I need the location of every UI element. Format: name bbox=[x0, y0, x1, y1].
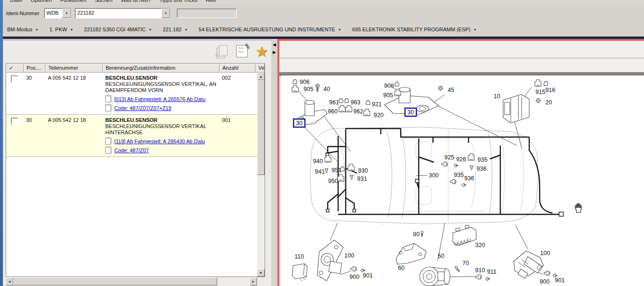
breadcrumb-item-5[interactable]: 695 ELEKTRONIK STABILITY PROGRAMM (ESP)▼ bbox=[352, 27, 477, 32]
diagram-part-label-963[interactable]: 963 bbox=[350, 99, 360, 106]
footnote-link[interactable]: [119] Ab Fahrgestell: A 285430 Ab Datu bbox=[114, 138, 205, 144]
diagram-part-label-910[interactable]: 910 bbox=[475, 267, 485, 274]
diagram-part-label-960[interactable]: 960 bbox=[328, 108, 338, 115]
scroll-down-button[interactable]: ▼ bbox=[257, 269, 265, 277]
wdb-prefix-combobox[interactable]: WDB ▼ bbox=[44, 8, 72, 18]
menu-item-optionen[interactable]: Optionen bbox=[27, 0, 56, 4]
diagram-part-label-110[interactable]: 110 bbox=[294, 253, 304, 260]
diagram-part-label-925[interactable]: 925 bbox=[444, 154, 454, 161]
column-header-0[interactable]: ✓ bbox=[6, 64, 24, 73]
column-header-5[interactable]: Ve bbox=[256, 64, 265, 73]
diagram-part-label-941[interactable]: 941 bbox=[315, 168, 325, 175]
main-area: + ∿∿ ∿∿ ✎ ★ ✓Pos....TeilenummerBenennung… bbox=[3, 39, 644, 286]
diagram-part-label-950[interactable]: 950 bbox=[328, 178, 338, 185]
diagram-part-label-936[interactable]: 936 bbox=[464, 175, 474, 182]
diagram-part-label-10[interactable]: 10 bbox=[494, 93, 500, 100]
vertical-scroll-thumb[interactable] bbox=[257, 80, 265, 175]
menu-item-funktionen[interactable]: Funktionen bbox=[56, 0, 90, 4]
footnote-link[interactable]: Code: 487/Z07 bbox=[114, 148, 149, 153]
footnote-link-line: [119] Ab Fahrgestell: A 285430 Ab Datu bbox=[105, 138, 220, 145]
copy-documents-icon[interactable]: + bbox=[214, 43, 230, 59]
row-checkbox[interactable] bbox=[11, 118, 18, 125]
diagram-part-label-951[interactable]: 951 bbox=[331, 167, 341, 174]
table-row[interactable]: 30A 005 542 12 18BESCHLEU.SENSORBESCHLEU… bbox=[6, 73, 265, 115]
table-header-row: ✓Pos....TeilenummerBenennung/Zusatzinfor… bbox=[6, 64, 265, 73]
diagram-part-label-45[interactable]: 45 bbox=[448, 87, 454, 93]
diagram-part-label-70[interactable]: 70 bbox=[462, 260, 469, 267]
horizontal-scroll-thumb[interactable] bbox=[13, 277, 217, 286]
document-icon[interactable] bbox=[105, 95, 111, 102]
expand-right-icon[interactable]: ▶ bbox=[272, 48, 277, 55]
breadcrumb-item-3[interactable]: 221.182▼ bbox=[163, 27, 188, 32]
diagram-part-label-926[interactable]: 926 bbox=[456, 156, 466, 163]
chevron-down-icon[interactable]: ▼ bbox=[62, 9, 71, 18]
collapse-left-icon[interactable]: ◀ bbox=[272, 41, 277, 48]
scroll-up-button[interactable]: ▲ bbox=[257, 73, 265, 80]
selected-position-label[interactable]: 30 bbox=[296, 120, 303, 127]
horizontal-scrollbar[interactable]: ◄ ► bbox=[6, 277, 257, 286]
diagram-part-label-931[interactable]: 931 bbox=[357, 175, 367, 182]
parts-diagram[interactable]: 9069054096196396096292192090690545109159… bbox=[281, 75, 644, 286]
diagram-part-label-905[interactable]: 905 bbox=[304, 86, 313, 92]
footnote-link[interactable]: Code: 487/Z07/Z07+Z19 bbox=[114, 105, 171, 111]
document-icon[interactable] bbox=[105, 138, 111, 145]
diagram-part-label-20[interactable]: 20 bbox=[545, 99, 552, 106]
menu-item-tipps-und-tricks[interactable]: Tipps und Tricks bbox=[155, 0, 202, 4]
diagram-part-label-320[interactable]: 320 bbox=[475, 242, 485, 249]
diagram-part-label-940[interactable]: 940 bbox=[313, 158, 323, 165]
diagram-part-label-906[interactable]: 906 bbox=[300, 79, 310, 85]
diagram-part-label-961[interactable]: 961 bbox=[329, 99, 339, 106]
diagram-part-label-80[interactable]: 80 bbox=[413, 231, 420, 238]
diagram-part-label-916[interactable]: 916 bbox=[545, 87, 555, 93]
ident-number-combobox[interactable]: 221182 ▼ bbox=[75, 8, 171, 18]
diagram-part-label-100[interactable]: 100 bbox=[344, 252, 354, 259]
selected-position-label[interactable]: 30 bbox=[407, 109, 414, 116]
scroll-left-button[interactable]: ◄ bbox=[6, 277, 13, 286]
diagram-part-label-962[interactable]: 962 bbox=[353, 108, 363, 115]
scroll-right-button[interactable]: ► bbox=[249, 277, 257, 286]
breadcrumb-item-0[interactable]: BM-Modus▼ bbox=[7, 27, 38, 32]
panel-splitter[interactable]: ◀ ▶ bbox=[271, 39, 277, 286]
footnote-link[interactable]: [013] Ab Fahrgestell: A 265576 Ab Datu bbox=[114, 96, 205, 102]
breadcrumb-item-2[interactable]: 221182 S350 CGI 4MATIC▼ bbox=[84, 27, 152, 32]
diagram-part-label-40[interactable]: 40 bbox=[323, 86, 330, 92]
diagram-part-label-100[interactable]: 100 bbox=[540, 250, 550, 257]
table-row[interactable]: 30A 005 542 12 18BESCHLEU.SENSORBESCHLEU… bbox=[6, 115, 265, 157]
diagram-part-label-60[interactable]: 60 bbox=[398, 265, 405, 271]
diagram-part-label-300[interactable]: 300 bbox=[429, 172, 439, 179]
diagram-part-label-915[interactable]: 915 bbox=[535, 89, 545, 95]
description-cell: BESCHLEU.SENSORBESCHLEUNIGUNGSSENSOR VER… bbox=[103, 73, 220, 114]
vertical-scrollbar[interactable]: ▲ ▼ bbox=[257, 73, 265, 277]
menu-item-datei[interactable]: Datei bbox=[6, 0, 27, 4]
diagram-part-label-936[interactable]: 936 bbox=[477, 166, 487, 172]
diagram-part-label-901[interactable]: 901 bbox=[363, 272, 373, 279]
document-icon[interactable] bbox=[105, 147, 111, 154]
edit-note-icon[interactable]: ∿∿ ∿∿ ✎ bbox=[234, 43, 250, 59]
diagram-part-label-935[interactable]: 935 bbox=[454, 172, 464, 178]
diagram-part-label-900[interactable]: 900 bbox=[350, 274, 359, 280]
menu-item-hilfe[interactable]: Hilfe bbox=[202, 0, 221, 4]
diagram-part-label-900[interactable]: 900 bbox=[540, 278, 550, 285]
breadcrumb-item-4[interactable]: 54 ELEKTRISCHE AUSRUESTUNG UND INSTRUMEN… bbox=[199, 27, 341, 32]
row-checkbox[interactable] bbox=[11, 75, 18, 83]
diagram-part-label-930[interactable]: 930 bbox=[358, 167, 368, 174]
column-header-2[interactable]: Teilenummer bbox=[46, 64, 103, 73]
column-header-1[interactable]: Pos.... bbox=[24, 64, 46, 73]
document-icon[interactable] bbox=[105, 104, 111, 111]
diagram-part-label-901[interactable]: 901 bbox=[555, 277, 565, 284]
part-number-cell: A 005 542 12 18 bbox=[46, 73, 103, 114]
diagram-part-label-50[interactable]: 50 bbox=[438, 253, 444, 259]
diagram-part-label-920[interactable]: 920 bbox=[374, 112, 384, 119]
column-header-4[interactable]: Anzahl bbox=[220, 64, 256, 73]
diagram-part-label-906[interactable]: 906 bbox=[384, 83, 394, 89]
breadcrumb-item-1[interactable]: 1. PKW▼ bbox=[49, 27, 73, 32]
diagram-part-label-911[interactable]: 911 bbox=[487, 268, 497, 275]
chevron-down-icon[interactable]: ▼ bbox=[161, 9, 170, 18]
column-header-3[interactable]: Benennung/Zusatzinformation bbox=[103, 64, 220, 73]
diagram-part-label-921[interactable]: 921 bbox=[372, 101, 382, 108]
menu-item-was-ist-neu-[interactable]: Was ist neu? bbox=[117, 0, 155, 4]
favorite-star-icon[interactable]: ★ bbox=[254, 43, 270, 59]
diagram-part-label-935[interactable]: 935 bbox=[478, 157, 488, 163]
diagram-part-label-905[interactable]: 905 bbox=[383, 92, 393, 99]
menu-item-suchen[interactable]: Suchen bbox=[91, 0, 117, 4]
